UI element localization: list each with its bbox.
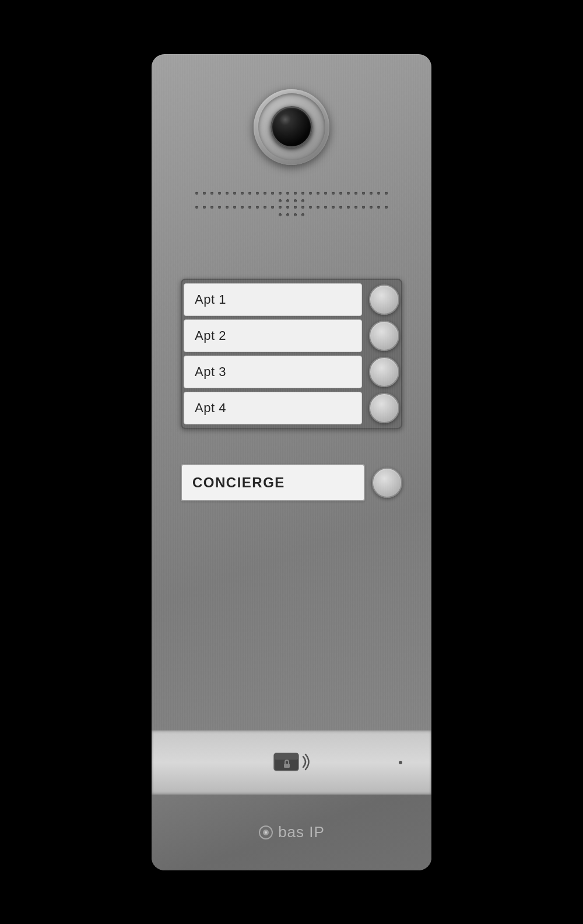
concierge-label: CONCIERGE — [181, 464, 365, 501]
speaker-section — [152, 171, 431, 232]
apt-1-call-button[interactable] — [369, 284, 399, 315]
speaker-dot — [286, 213, 289, 216]
speaker-dot — [286, 199, 289, 202]
speaker-dot — [248, 192, 251, 195]
speaker-dot — [332, 206, 335, 209]
apt-4-label: Apt 4 — [184, 392, 362, 424]
speaker-dot — [203, 192, 206, 195]
speaker-dot — [354, 206, 357, 209]
speaker-dot — [347, 192, 350, 195]
speaker-dot — [195, 192, 198, 195]
speaker-dot — [233, 206, 236, 209]
speaker-dot — [339, 206, 342, 209]
speaker-dot — [301, 192, 304, 195]
intercom-panel: Apt 1 Apt 2 Apt 3 Apt 4 CONCIERGE — [152, 54, 431, 870]
speaker-dot — [279, 199, 282, 202]
speaker-dot — [203, 206, 206, 209]
speaker-dot — [347, 206, 350, 209]
speaker-dot — [279, 213, 282, 216]
brand-name: bas IP — [278, 823, 325, 841]
speaker-dot — [226, 206, 229, 209]
speaker-dot — [248, 206, 251, 209]
speaker-dot-row-1 — [192, 192, 391, 202]
speaker-dot — [264, 206, 266, 209]
svg-rect-1 — [274, 753, 298, 760]
speaker-dot — [286, 192, 289, 195]
speaker-dot — [294, 199, 297, 202]
speaker-dot — [339, 192, 342, 195]
rfid-icon — [271, 746, 312, 778]
speaker-dot — [233, 192, 236, 195]
speaker-dot — [294, 192, 297, 195]
apt-row-1: Apt 1 — [184, 282, 399, 318]
svg-rect-2 — [284, 764, 290, 768]
apt-3-call-button[interactable] — [369, 357, 399, 387]
speaker-dot — [362, 192, 365, 195]
brand-logo-icon — [258, 825, 273, 840]
speaker-dot — [218, 206, 221, 209]
brand-logo: bas IP — [258, 823, 325, 841]
speaker-dot — [279, 206, 282, 209]
speaker-dot — [385, 206, 388, 209]
apt-row-2: Apt 2 — [184, 318, 399, 354]
speaker-dot — [286, 206, 289, 209]
apt-1-label: Apt 1 — [184, 283, 362, 316]
speaker-dot — [301, 213, 304, 216]
speaker-dot — [332, 192, 335, 195]
apartment-buttons-section: Apt 1 Apt 2 Apt 3 Apt 4 — [152, 232, 431, 447]
speaker-dot — [294, 213, 297, 216]
rfid-indicator-dot — [399, 761, 402, 764]
speaker-dot — [370, 192, 373, 195]
speaker-dot — [256, 206, 259, 209]
speaker-dot — [377, 206, 380, 209]
speaker-dot — [317, 192, 319, 195]
speaker-dot — [195, 206, 198, 209]
speaker-dot — [226, 192, 229, 195]
apt-4-call-button[interactable] — [369, 393, 399, 423]
speaker-dots — [192, 188, 391, 220]
speaker-dot — [271, 206, 274, 209]
speaker-dot — [362, 206, 365, 209]
camera-section — [152, 54, 431, 171]
speaker-dot — [218, 192, 221, 195]
speaker-dot — [301, 199, 304, 202]
speaker-dot — [256, 192, 259, 195]
apt-row-3: Apt 3 — [184, 354, 399, 390]
camera-housing — [254, 89, 329, 165]
speaker-dot — [354, 192, 357, 195]
speaker-dot — [241, 206, 244, 209]
speaker-dot — [370, 206, 373, 209]
speaker-dot — [294, 206, 297, 209]
speaker-dot — [210, 192, 213, 195]
speaker-dot — [271, 192, 274, 195]
speaker-dot — [264, 192, 266, 195]
speaker-dot — [324, 192, 327, 195]
concierge-section: CONCIERGE — [152, 447, 431, 513]
speaker-dot — [301, 206, 304, 209]
apt-row-4: Apt 4 — [184, 390, 399, 426]
speaker-dot — [324, 206, 327, 209]
speaker-dot — [377, 192, 380, 195]
speaker-dot — [385, 192, 388, 195]
brand-strip: bas IP — [152, 795, 431, 870]
svg-point-5 — [265, 831, 267, 834]
speaker-dot — [279, 192, 282, 195]
apt-3-label: Apt 3 — [184, 356, 362, 388]
concierge-call-button[interactable] — [372, 468, 402, 498]
apt-buttons-container: Apt 1 Apt 2 Apt 3 Apt 4 — [181, 279, 402, 429]
apt-2-label: Apt 2 — [184, 319, 362, 352]
speaker-dot — [317, 206, 319, 209]
rfid-strip[interactable] — [152, 730, 431, 795]
speaker-dot — [309, 206, 312, 209]
speaker-dot — [309, 192, 312, 195]
camera-ring — [258, 93, 325, 160]
speaker-dot — [210, 206, 213, 209]
apt-2-call-button[interactable] — [369, 321, 399, 351]
speaker-dot-row-2 — [192, 206, 391, 216]
camera-lens — [271, 106, 312, 148]
speaker-dot — [241, 192, 244, 195]
